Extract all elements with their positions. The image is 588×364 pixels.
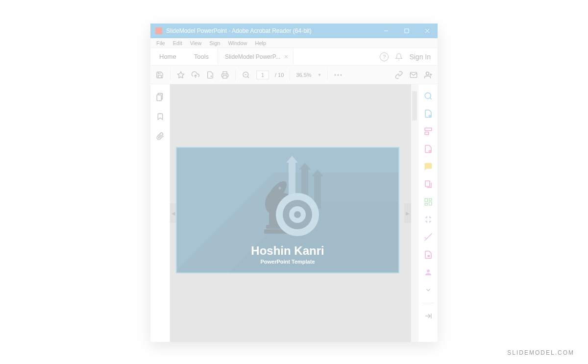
svg-rect-26 xyxy=(425,132,429,135)
target-icon xyxy=(276,193,319,236)
svg-point-12 xyxy=(341,74,342,75)
bell-icon[interactable] xyxy=(394,52,403,61)
minimize-button[interactable] xyxy=(376,24,396,38)
svg-rect-29 xyxy=(425,198,427,202)
app-window: SlideModel PowerPoint - Adobe Acrobat Re… xyxy=(150,24,438,342)
menu-file[interactable]: File xyxy=(152,40,169,46)
svg-rect-28 xyxy=(425,181,430,186)
svg-point-5 xyxy=(211,76,211,76)
protect-icon[interactable] xyxy=(423,250,433,260)
tabbar: Home Tools SlideModel PowerP... × ? Sign… xyxy=(150,48,438,66)
edit-pdf-icon[interactable] xyxy=(423,126,433,136)
search-icon[interactable] xyxy=(423,91,433,101)
scrollbar[interactable] xyxy=(411,84,418,342)
user-add-icon[interactable] xyxy=(424,71,433,79)
close-button[interactable] xyxy=(417,24,438,38)
svg-rect-30 xyxy=(429,198,431,200)
right-sidebar xyxy=(418,84,438,342)
close-tab-icon[interactable]: × xyxy=(284,53,288,60)
left-sidebar xyxy=(150,84,170,342)
content-area: ◀ ▶ Hoshin Kanri PowerPoint Template xyxy=(150,84,438,342)
document-viewer[interactable]: ◀ ▶ Hoshin Kanri PowerPoint Template xyxy=(170,84,418,342)
next-page-button[interactable]: ▶ xyxy=(404,203,411,223)
menu-window[interactable]: Window xyxy=(224,40,251,46)
cloud-upload-icon[interactable] xyxy=(191,71,200,79)
svg-rect-33 xyxy=(427,255,430,257)
zoom-dropdown-icon[interactable]: ▼ xyxy=(318,73,322,77)
svg-rect-18 xyxy=(157,95,161,101)
svg-marker-4 xyxy=(177,72,184,78)
bookmark-icon[interactable] xyxy=(155,112,165,121)
watermark: SLIDEMODEL.COM xyxy=(507,349,574,356)
thumbnails-icon[interactable] xyxy=(155,92,165,102)
comment-icon[interactable] xyxy=(423,162,433,171)
export-pdf-icon[interactable] xyxy=(423,109,433,119)
tab-document[interactable]: SlideModel PowerP... × xyxy=(218,48,294,65)
svg-rect-31 xyxy=(429,202,431,205)
svg-point-11 xyxy=(338,74,339,75)
slide-title: Hoshin Kanri xyxy=(177,244,398,258)
zoom-level[interactable]: 36.5% xyxy=(296,72,311,78)
tab-home[interactable]: Home xyxy=(150,48,185,65)
zoom-out-icon[interactable] xyxy=(242,71,250,79)
tab-document-label: SlideModel PowerP... xyxy=(225,53,280,60)
slide-subtitle: PowerPoint Template xyxy=(177,259,398,265)
create-pdf-icon[interactable] xyxy=(423,144,433,154)
collapse-panel-icon[interactable] xyxy=(423,311,433,321)
svg-rect-6 xyxy=(223,75,227,78)
redact-icon[interactable] xyxy=(423,232,433,242)
page-lock-icon[interactable] xyxy=(206,71,215,79)
page-number-input[interactable] xyxy=(256,71,269,79)
menu-edit[interactable]: Edit xyxy=(169,40,186,46)
svg-point-10 xyxy=(335,74,336,75)
menu-view[interactable]: View xyxy=(186,40,206,46)
chevron-down-icon[interactable] xyxy=(423,285,433,295)
svg-line-23 xyxy=(430,97,431,99)
star-icon[interactable] xyxy=(176,71,185,79)
scroll-thumb[interactable] xyxy=(412,91,417,121)
svg-point-19 xyxy=(279,187,281,190)
slide-content: Hoshin Kanri PowerPoint Template xyxy=(176,147,399,273)
svg-rect-25 xyxy=(425,128,432,130)
compress-icon[interactable] xyxy=(423,215,433,224)
menu-help[interactable]: Help xyxy=(251,40,270,46)
organize-icon[interactable] xyxy=(423,197,433,207)
more-icon[interactable] xyxy=(334,71,343,79)
attachment-icon[interactable] xyxy=(155,131,165,141)
pdf-file-icon xyxy=(155,27,162,34)
svg-point-14 xyxy=(426,72,429,75)
menubar: File Edit View Sign Window Help xyxy=(150,38,438,48)
maximize-button[interactable] xyxy=(396,24,417,38)
fill-sign-icon[interactable] xyxy=(423,267,433,277)
mail-icon[interactable] xyxy=(409,71,418,79)
combine-files-icon[interactable] xyxy=(423,179,433,189)
titlebar: SlideModel PowerPoint - Adobe Acrobat Re… xyxy=(150,24,438,38)
sign-in-button[interactable]: Sign In xyxy=(409,53,431,61)
save-icon[interactable] xyxy=(155,71,164,79)
link-icon[interactable] xyxy=(394,71,403,79)
svg-rect-32 xyxy=(425,203,427,205)
help-icon[interactable]: ? xyxy=(380,52,389,61)
page-total: / 10 xyxy=(275,72,284,78)
print-icon[interactable] xyxy=(220,71,229,79)
menu-sign[interactable]: Sign xyxy=(205,40,224,46)
svg-rect-1 xyxy=(405,29,409,33)
toolbar: / 10 36.5% ▼ xyxy=(150,66,438,84)
window-title: SlideModel PowerPoint - Adobe Acrobat Re… xyxy=(166,27,376,34)
tab-tools[interactable]: Tools xyxy=(185,48,218,65)
svg-line-8 xyxy=(247,76,249,78)
